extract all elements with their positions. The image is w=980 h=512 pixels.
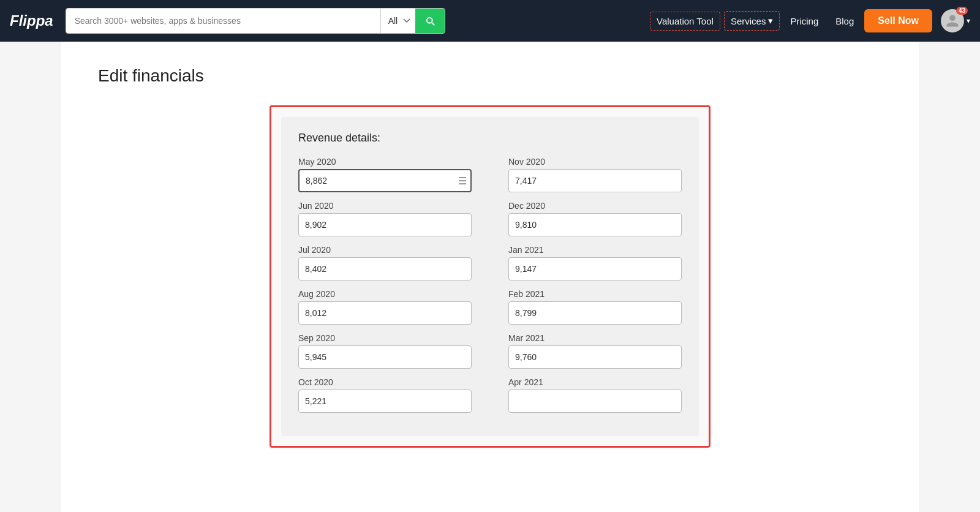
revenue-right-column: Nov 2020Dec 2020Jan 2021Feb 2021Mar 2021… [508,157,682,421]
field-label: Jun 2020 [298,201,472,211]
navbar: Flippa All Valuation Tool Services ▾ Pri… [0,0,980,42]
revenue-input[interactable] [508,169,682,192]
search-icon [424,15,435,26]
notification-badge: 43 [956,7,968,15]
field-label: Dec 2020 [508,201,682,211]
chevron-down-icon: ▾ [768,15,773,26]
revenue-input[interactable] [508,390,682,413]
revenue-left-column: May 2020☰Jun 2020Jul 2020Aug 2020Sep 202… [298,157,472,421]
page-content: Edit financials Revenue details: May 202… [61,42,919,512]
highlight-box: Revenue details: May 2020☰Jun 2020Jul 20… [270,105,710,448]
sell-now-button[interactable]: Sell Now [864,9,932,32]
input-wrapper: ☰ [298,169,472,192]
services-link[interactable]: Services ▾ [724,11,780,31]
user-chevron-icon: ▾ [967,17,970,25]
valuation-tool-link[interactable]: Valuation Tool [650,12,720,31]
search-button[interactable] [415,9,445,33]
revenue-section-title: Revenue details: [298,132,682,145]
pricing-link[interactable]: Pricing [783,12,825,31]
field-label: Nov 2020 [508,157,682,167]
logo[interactable]: Flippa [10,12,53,29]
revenue-field: Sep 2020 [298,333,472,369]
revenue-input[interactable] [508,345,682,369]
field-label: Sep 2020 [298,333,472,343]
revenue-input[interactable] [298,257,472,280]
field-label: Jan 2021 [508,245,682,255]
revenue-field: Dec 2020 [508,201,682,236]
field-label: Mar 2021 [508,333,682,343]
revenue-field: Jun 2020 [298,201,472,236]
revenue-input[interactable] [298,301,472,325]
revenue-field: Oct 2020 [298,377,472,413]
revenue-input[interactable] [508,257,682,280]
nav-links: Valuation Tool Services ▾ Pricing Blog S… [650,9,970,32]
revenue-field: Feb 2021 [508,289,682,325]
revenue-input[interactable] [298,213,472,236]
revenue-field: Apr 2021 [508,377,682,413]
field-label: Apr 2021 [508,377,682,387]
user-avatar-button[interactable]: 43 ▾ [941,9,970,32]
blog-link[interactable]: Blog [829,12,861,31]
search-input[interactable] [66,9,380,33]
revenue-field: Jan 2021 [508,245,682,280]
revenue-input[interactable] [508,213,682,236]
revenue-field: Jul 2020 [298,245,472,280]
search-category-select[interactable]: All [381,9,415,33]
field-label: Jul 2020 [298,245,472,255]
revenue-input[interactable] [298,390,472,413]
revenue-grid: May 2020☰Jun 2020Jul 2020Aug 2020Sep 202… [298,157,682,421]
revenue-field: Nov 2020 [508,157,682,192]
revenue-input[interactable] [298,345,472,369]
field-label: May 2020 [298,157,472,167]
revenue-input[interactable] [298,169,472,192]
revenue-field: Mar 2021 [508,333,682,369]
revenue-field: Aug 2020 [298,289,472,325]
page-title: Edit financials [98,66,882,86]
revenue-field: May 2020☰ [298,157,472,192]
revenue-input[interactable] [508,301,682,325]
search-container: All [66,8,445,34]
field-label: Aug 2020 [298,289,472,299]
revenue-card: Revenue details: May 2020☰Jun 2020Jul 20… [281,117,699,436]
field-label: Feb 2021 [508,289,682,299]
field-label: Oct 2020 [298,377,472,387]
